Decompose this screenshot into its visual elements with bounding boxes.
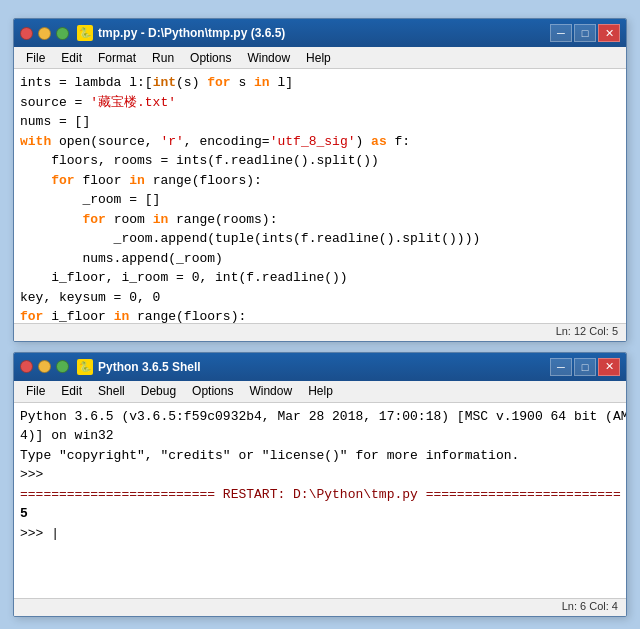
editor-status-text: Ln: 12 Col: 5	[556, 325, 618, 337]
shell-line-5: ========================= RESTART: D:\Py…	[20, 485, 620, 505]
shell-menu-edit[interactable]: Edit	[53, 382, 90, 400]
shell-line-3: Type "copyright", "credits" or "license(…	[20, 446, 620, 466]
editor-code-area[interactable]: ints = lambda l:[int(s) for s in l] sour…	[14, 69, 626, 323]
shell-minimize[interactable]: ─	[550, 358, 572, 376]
shell-menu-window[interactable]: Window	[241, 382, 300, 400]
code-line-6: for floor in range(floors):	[20, 171, 620, 191]
editor-maximize[interactable]: □	[574, 24, 596, 42]
code-line-11: i_floor, i_room = 0, int(f.readline())	[20, 268, 620, 288]
editor-menu-edit[interactable]: Edit	[53, 49, 90, 67]
shell-title-bar: 🐍 Python 3.6.5 Shell ─ □ ✕	[14, 353, 626, 381]
shell-line-6: 5	[20, 504, 620, 524]
code-line-10: nums.append(_room)	[20, 249, 620, 269]
code-line-13: for i_floor in range(floors):	[20, 307, 620, 323]
code-line-2: source = '藏宝楼.txt'	[20, 93, 620, 113]
editor-title: tmp.py - D:\Python\tmp.py (3.6.5)	[98, 26, 550, 40]
shell-menu-file[interactable]: File	[18, 382, 53, 400]
code-line-1: ints = lambda l:[int(s) for s in l]	[20, 73, 620, 93]
editor-title-bar: 🐍 tmp.py - D:\Python\tmp.py (3.6.5) ─ □ …	[14, 19, 626, 47]
editor-status-bar: Ln: 12 Col: 5	[14, 323, 626, 341]
editor-close[interactable]: ✕	[598, 24, 620, 42]
editor-min-btn[interactable]	[38, 27, 51, 40]
editor-close-btn[interactable]	[20, 27, 33, 40]
shell-close-btn[interactable]	[20, 360, 33, 373]
desktop: 🐍 tmp.py - D:\Python\tmp.py (3.6.5) ─ □ …	[0, 0, 640, 629]
code-line-3: nums = []	[20, 112, 620, 132]
shell-close[interactable]: ✕	[598, 358, 620, 376]
shell-output-area[interactable]: Python 3.6.5 (v3.6.5:f59c0932b4, Mar 28 …	[14, 403, 626, 598]
editor-menu-help[interactable]: Help	[298, 49, 339, 67]
code-line-4: with open(source, 'r', encoding='utf_8_s…	[20, 132, 620, 152]
editor-minimize[interactable]: ─	[550, 24, 572, 42]
editor-menu-options[interactable]: Options	[182, 49, 239, 67]
shell-line-1: Python 3.6.5 (v3.6.5:f59c0932b4, Mar 28 …	[20, 407, 620, 427]
shell-line-4: >>>	[20, 465, 620, 485]
editor-window-buttons	[20, 27, 69, 40]
shell-title: Python 3.6.5 Shell	[98, 360, 550, 374]
shell-menu-debug[interactable]: Debug	[133, 382, 184, 400]
code-line-9: _room.append(tuple(ints(f.readline().spl…	[20, 229, 620, 249]
shell-menu-bar: File Edit Shell Debug Options Window Hel…	[14, 381, 626, 403]
shell-max-btn[interactable]	[56, 360, 69, 373]
editor-menu-bar: File Edit Format Run Options Window Help	[14, 47, 626, 69]
shell-menu-shell[interactable]: Shell	[90, 382, 133, 400]
editor-menu-window[interactable]: Window	[239, 49, 298, 67]
shell-menu-help[interactable]: Help	[300, 382, 341, 400]
editor-window: 🐍 tmp.py - D:\Python\tmp.py (3.6.5) ─ □ …	[13, 18, 627, 342]
shell-window: 🐍 Python 3.6.5 Shell ─ □ ✕ File Edit She…	[13, 352, 627, 617]
code-line-8: for room in range(rooms):	[20, 210, 620, 230]
editor-max-btn[interactable]	[56, 27, 69, 40]
shell-icon: 🐍	[77, 359, 93, 375]
shell-line-7[interactable]: >>> |	[20, 524, 620, 544]
shell-min-btn[interactable]	[38, 360, 51, 373]
shell-window-controls[interactable]: ─ □ ✕	[550, 358, 620, 376]
code-line-5: floors, rooms = ints(f.readline().split(…	[20, 151, 620, 171]
shell-status-text: Ln: 6 Col: 4	[562, 600, 618, 612]
shell-window-buttons	[20, 360, 69, 373]
editor-menu-file[interactable]: File	[18, 49, 53, 67]
shell-status-bar: Ln: 6 Col: 4	[14, 598, 626, 616]
shell-menu-options[interactable]: Options	[184, 382, 241, 400]
editor-icon: 🐍	[77, 25, 93, 41]
shell-maximize[interactable]: □	[574, 358, 596, 376]
editor-menu-format[interactable]: Format	[90, 49, 144, 67]
shell-line-2: 4)] on win32	[20, 426, 620, 446]
editor-window-controls[interactable]: ─ □ ✕	[550, 24, 620, 42]
code-line-12: key, keysum = 0, 0	[20, 288, 620, 308]
editor-menu-run[interactable]: Run	[144, 49, 182, 67]
code-line-7: _room = []	[20, 190, 620, 210]
